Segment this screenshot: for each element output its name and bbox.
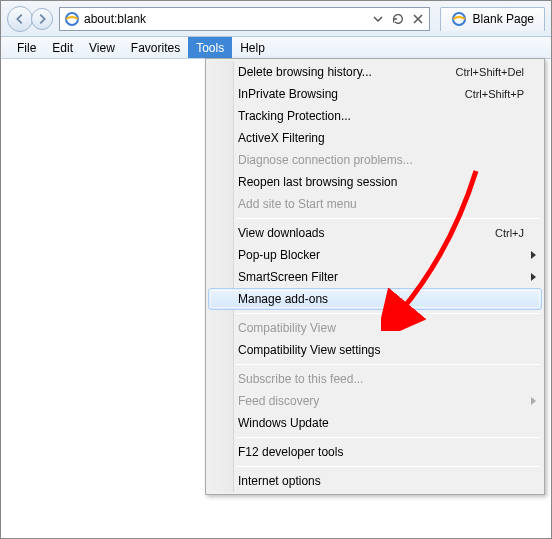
menu-item: Feed discovery xyxy=(208,390,542,412)
menu-item: Subscribe to this feed... xyxy=(208,368,542,390)
nav-buttons xyxy=(7,6,53,32)
menu-item-label: Diagnose connection problems... xyxy=(238,153,524,167)
tab-title: Blank Page xyxy=(473,12,534,26)
menu-bar: File Edit View Favorites Tools Help xyxy=(1,37,551,59)
submenu-arrow-icon xyxy=(531,251,536,259)
menu-edit[interactable]: Edit xyxy=(44,37,81,58)
menu-item[interactable]: SmartScreen Filter xyxy=(208,266,542,288)
menu-item-label: Subscribe to this feed... xyxy=(238,372,524,386)
stop-icon[interactable] xyxy=(409,9,427,29)
ie-tab-icon xyxy=(451,11,467,27)
menu-separator xyxy=(236,364,540,365)
address-text[interactable]: about:blank xyxy=(84,12,365,26)
menu-item: Add site to Start menu xyxy=(208,193,542,215)
menu-item-label: Compatibility View xyxy=(238,321,524,335)
submenu-arrow-icon xyxy=(531,273,536,281)
arrow-left-icon xyxy=(13,12,27,26)
refresh-icon[interactable] xyxy=(389,9,407,29)
menu-item-shortcut: Ctrl+Shift+Del xyxy=(456,66,524,78)
dropdown-chevron-icon[interactable] xyxy=(369,9,387,29)
arrow-right-icon xyxy=(35,12,49,26)
menu-item[interactable]: Manage add-ons xyxy=(208,288,542,310)
forward-button[interactable] xyxy=(31,8,53,30)
menu-item-label: Feed discovery xyxy=(238,394,524,408)
menu-item-label: View downloads xyxy=(238,226,495,240)
menu-item-label: Add site to Start menu xyxy=(238,197,524,211)
menu-item[interactable]: Compatibility View settings xyxy=(208,339,542,361)
menu-item-label: F12 developer tools xyxy=(238,445,524,459)
menu-item[interactable]: Reopen last browsing session xyxy=(208,171,542,193)
menu-item-label: Reopen last browsing session xyxy=(238,175,524,189)
submenu-arrow-icon xyxy=(531,397,536,405)
menu-item-label: SmartScreen Filter xyxy=(238,270,524,284)
menu-tools[interactable]: Tools xyxy=(188,37,232,58)
menu-favorites[interactable]: Favorites xyxy=(123,37,188,58)
address-tools xyxy=(369,9,427,29)
menu-help[interactable]: Help xyxy=(232,37,273,58)
menu-item[interactable]: Delete browsing history...Ctrl+Shift+Del xyxy=(208,61,542,83)
address-bar-row: about:blank Blank Page xyxy=(1,1,551,37)
menu-item-label: Delete browsing history... xyxy=(238,65,456,79)
back-button[interactable] xyxy=(7,6,33,32)
menu-view[interactable]: View xyxy=(81,37,123,58)
menu-item[interactable]: InPrivate BrowsingCtrl+Shift+P xyxy=(208,83,542,105)
menu-item: Compatibility View xyxy=(208,317,542,339)
menu-separator xyxy=(236,218,540,219)
menu-separator xyxy=(236,466,540,467)
tab-strip: Blank Page xyxy=(440,7,545,31)
menu-item-shortcut: Ctrl+J xyxy=(495,227,524,239)
menu-item-label: Compatibility View settings xyxy=(238,343,524,357)
menu-item-label: Tracking Protection... xyxy=(238,109,524,123)
menu-item-label: Windows Update xyxy=(238,416,524,430)
menu-item[interactable]: Internet options xyxy=(208,470,542,492)
menu-item[interactable]: F12 developer tools xyxy=(208,441,542,463)
browser-tab[interactable]: Blank Page xyxy=(440,7,545,31)
menu-item[interactable]: Windows Update xyxy=(208,412,542,434)
menu-item[interactable]: Tracking Protection... xyxy=(208,105,542,127)
menu-separator xyxy=(236,437,540,438)
ie-page-icon xyxy=(64,11,80,27)
menu-item[interactable]: ActiveX Filtering xyxy=(208,127,542,149)
menu-item[interactable]: Pop-up Blocker xyxy=(208,244,542,266)
menu-item-label: Internet options xyxy=(238,474,524,488)
menu-item-label: Pop-up Blocker xyxy=(238,248,524,262)
menu-file[interactable]: File xyxy=(9,37,44,58)
menu-item-shortcut: Ctrl+Shift+P xyxy=(465,88,524,100)
menu-item: Diagnose connection problems... xyxy=(208,149,542,171)
address-box[interactable]: about:blank xyxy=(59,7,430,31)
tools-dropdown: Delete browsing history...Ctrl+Shift+Del… xyxy=(205,58,545,495)
menu-item[interactable]: View downloadsCtrl+J xyxy=(208,222,542,244)
menu-separator xyxy=(236,313,540,314)
menu-item-label: ActiveX Filtering xyxy=(238,131,524,145)
menu-item-label: InPrivate Browsing xyxy=(238,87,465,101)
menu-item-label: Manage add-ons xyxy=(238,292,524,306)
